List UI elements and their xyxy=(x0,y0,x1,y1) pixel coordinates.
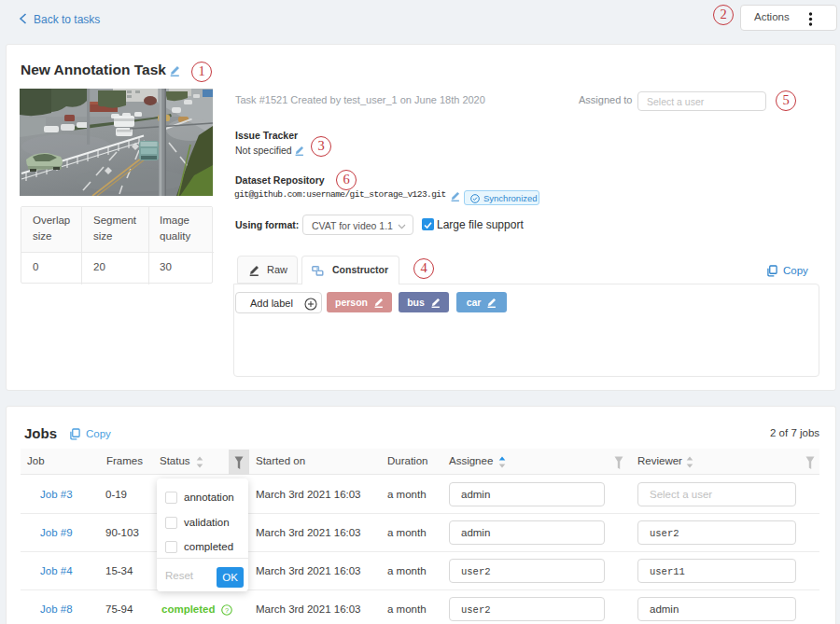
svg-text:?: ? xyxy=(225,606,229,615)
